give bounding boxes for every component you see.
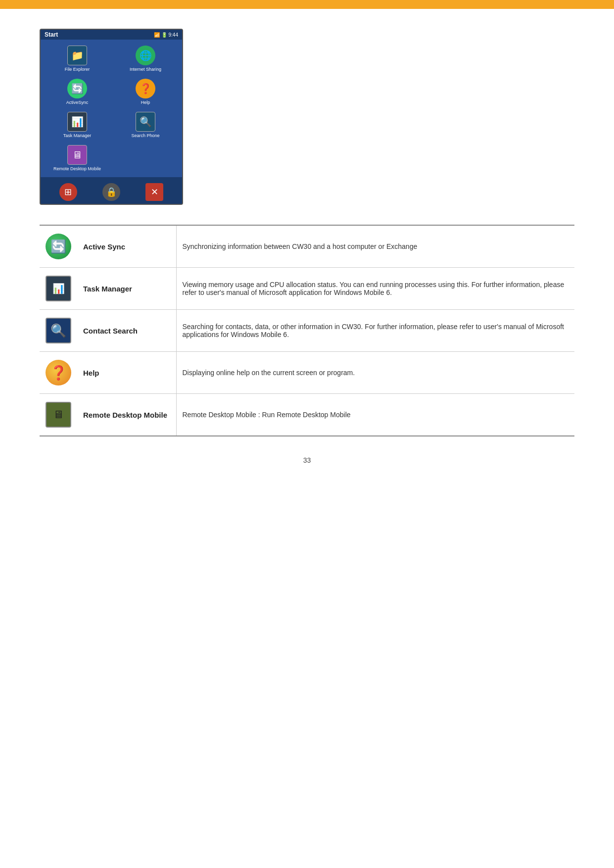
activesync-table-icon: 🔄 [46, 234, 71, 259]
row-icon-cell: 🔍 [40, 310, 77, 352]
start-button: ⊞ [59, 183, 77, 201]
lock-button: 🔒 [102, 183, 120, 201]
task-manager-icon: 📊 [67, 112, 87, 132]
app-help: ❓ Help [114, 79, 177, 105]
phone-statusbar: Start 📶 🔋 9:44 [41, 30, 182, 40]
contact-search-table-icon: 🔍 [46, 318, 71, 343]
row-desc-cell: Displaying online help on the current sc… [176, 352, 574, 394]
row-name-cell: Contact Search [77, 310, 176, 352]
task-manager-table-icon: 📊 [46, 276, 71, 301]
row-desc-cell: Searching for contacts, data, or other i… [176, 310, 574, 352]
help-icon: ❓ [136, 79, 155, 98]
row-name-cell: Active Sync [77, 225, 176, 268]
row-name-cell: Task Manager [77, 268, 176, 310]
row-name-cell: Remote Desktop Mobile [77, 394, 176, 436]
remote-desktop-table-icon: 🖥 [46, 402, 71, 428]
row-icon-cell: ❓ [40, 352, 77, 394]
page-number: 33 [40, 456, 574, 464]
phone-app-grid: 📁 File Explorer 🌐 Internet Sharing 🔄 Act… [44, 44, 179, 173]
row-name-cell: Help [77, 352, 176, 394]
app-activesync: 🔄 ActiveSync [46, 79, 109, 105]
row-icon-cell: 📊 [40, 268, 77, 310]
app-task-manager: 📊 Task Manager [46, 112, 109, 138]
statusbar-time: 📶 🔋 9:44 [154, 32, 178, 38]
app-search-phone: 🔍 Search Phone [114, 112, 177, 138]
file-explorer-icon: 📁 [67, 46, 87, 65]
remote-desktop-icon: 🖥 [67, 145, 87, 165]
table-row: ❓ Help Displaying online help on the cur… [40, 352, 574, 394]
row-desc-cell: Viewing memory usage and CPU allocation … [176, 268, 574, 310]
row-icon-cell: 🖥 [40, 394, 77, 436]
app-internet-sharing: 🌐 Internet Sharing [114, 46, 177, 72]
row-desc-cell: Remote Desktop Mobile : Run Remote Deskt… [176, 394, 574, 436]
phone-body: 📁 File Explorer 🌐 Internet Sharing 🔄 Act… [41, 40, 182, 177]
row-icon-cell: 🔄 [40, 225, 77, 268]
phone-bottom-bar: ⊞ 🔒 ✕ [41, 180, 182, 204]
table-row: 🖥 Remote Desktop Mobile Remote Desktop M… [40, 394, 574, 436]
row-desc-cell: Synchronizing information between CW30 a… [176, 225, 574, 268]
search-phone-icon: 🔍 [136, 112, 155, 132]
app-file-explorer: 📁 File Explorer [46, 46, 109, 72]
phone-screenshot: Start 📶 🔋 9:44 📁 File Explorer 🌐 Interne… [40, 29, 183, 205]
table-row: 🔄 Active Sync Synchronizing information … [40, 225, 574, 268]
top-bar [0, 0, 614, 9]
statusbar-start: Start [45, 31, 58, 38]
activesync-icon: 🔄 [67, 79, 87, 98]
internet-sharing-icon: 🌐 [136, 46, 155, 65]
table-row: 🔍 Contact Search Searching for contacts,… [40, 310, 574, 352]
feature-table: 🔄 Active Sync Synchronizing information … [40, 225, 574, 436]
app-remote-desktop: 🖥 Remote Desktop Mobile [46, 145, 109, 171]
close-button: ✕ [145, 183, 163, 201]
table-row: 📊 Task Manager Viewing memory usage and … [40, 268, 574, 310]
help-table-icon: ❓ [46, 360, 71, 386]
